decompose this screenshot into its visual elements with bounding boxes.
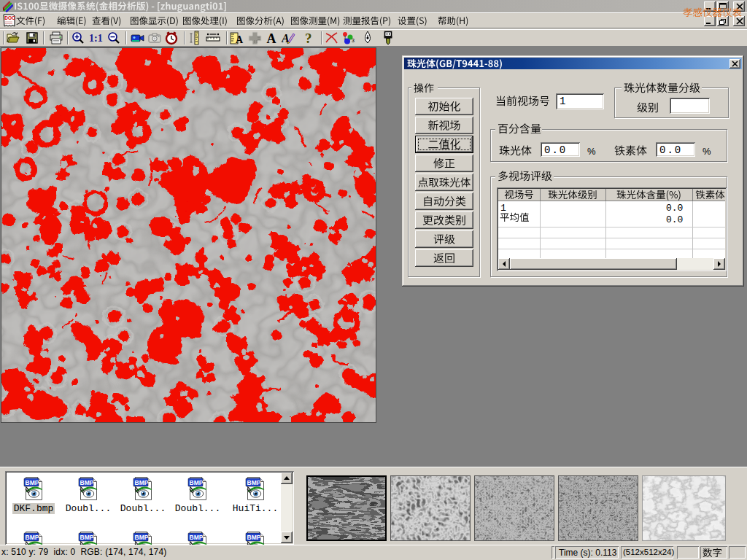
svg-text:3: 3 — [352, 38, 355, 43]
svg-text:A: A — [267, 31, 276, 46]
svg-text:A: A — [236, 34, 244, 45]
svg-text:DOC: DOC — [4, 15, 15, 20]
svg-text:?: ? — [305, 31, 312, 45]
svg-text:BMP: BMP — [80, 534, 94, 541]
svg-text:1: 1 — [344, 35, 347, 40]
svg-text:BMP: BMP — [190, 534, 204, 541]
svg-text:BMP: BMP — [190, 479, 204, 486]
svg-text:BMP: BMP — [135, 479, 149, 486]
svg-text:BMP: BMP — [26, 479, 39, 486]
svg-text:BMP: BMP — [80, 479, 94, 486]
svg-text:1:1: 1:1 — [89, 33, 103, 44]
svg-text:BMP: BMP — [135, 534, 149, 541]
svg-text:BMP: BMP — [247, 534, 261, 541]
svg-text:BMP: BMP — [247, 479, 261, 486]
svg-text:BMP: BMP — [26, 534, 39, 541]
